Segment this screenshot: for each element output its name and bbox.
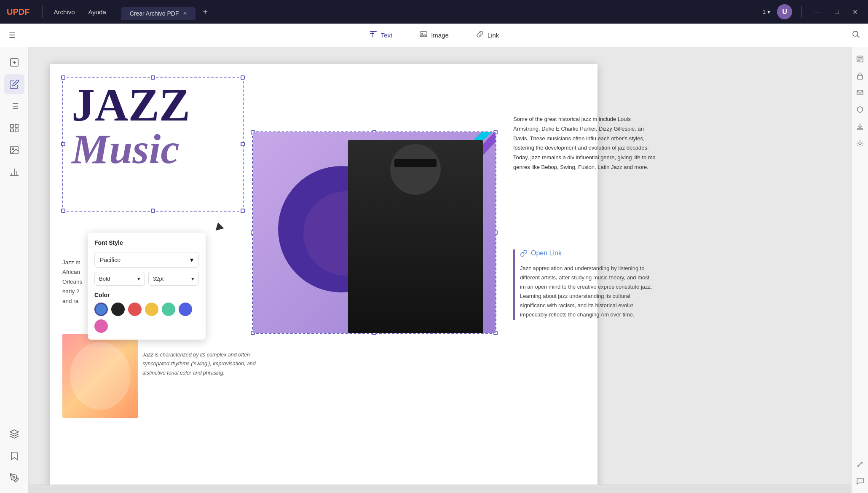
app-logo: UPDF xyxy=(7,7,29,17)
tab-add-button[interactable]: + xyxy=(199,5,212,18)
jazz-title-content: JAZZ Music xyxy=(63,78,243,174)
body-text-italic: Jazz is characterized by its complex and… xyxy=(142,351,269,378)
user-avatar[interactable]: U xyxy=(777,4,792,19)
close-button[interactable]: ✕ xyxy=(849,6,861,18)
text-label: Text xyxy=(381,32,393,39)
svg-rect-2 xyxy=(372,31,373,38)
main-content-area: JAZZ Music xyxy=(29,47,851,493)
sidebar-chart-button[interactable] xyxy=(4,162,24,182)
jazz-title-box[interactable]: JAZZ Music xyxy=(62,77,244,212)
handle-bottom-left[interactable] xyxy=(61,209,65,213)
search-button[interactable] xyxy=(848,27,864,43)
sidebar-grid-button[interactable] xyxy=(4,118,24,138)
handle-top-right[interactable] xyxy=(241,75,245,80)
left-sidebar xyxy=(0,47,29,493)
italic-paragraph: Jazz is characterized by its complex and… xyxy=(142,351,269,378)
right-sidebar-lock-button[interactable] xyxy=(853,69,867,83)
color-swatch-blue[interactable] xyxy=(94,303,108,316)
sidebar-edit-button[interactable] xyxy=(4,74,24,94)
sidebar-layers-button[interactable] xyxy=(4,424,24,444)
right-sidebar-expand-button[interactable] xyxy=(853,458,867,471)
sidebar-image-button[interactable] xyxy=(4,140,24,160)
svg-rect-17 xyxy=(15,124,18,127)
handle-bottom-right[interactable] xyxy=(241,209,245,213)
link-border-container: Open Link Jazz appreciation and understa… xyxy=(513,249,656,320)
toolbar-link-button[interactable]: Link xyxy=(471,27,504,43)
svg-rect-16 xyxy=(11,124,13,127)
bottom-scrollbar[interactable] xyxy=(29,485,851,493)
link-chain-icon xyxy=(520,249,528,257)
font-family-arrow: ▾ xyxy=(190,256,193,264)
color-swatch-red[interactable] xyxy=(128,303,142,316)
color-section-title: Color xyxy=(94,292,199,298)
tab-close-button[interactable]: ✕ xyxy=(183,11,187,16)
font-style-dropdown[interactable]: Bold ▾ xyxy=(94,272,145,286)
image-icon xyxy=(419,30,428,40)
link-body-text: Jazz appreciation and understanding by l… xyxy=(520,264,656,320)
font-family-value: Pacifico xyxy=(100,257,121,263)
maximize-button[interactable]: □ xyxy=(831,6,842,17)
right-sidebar-pages-button[interactable] xyxy=(853,52,867,66)
svg-point-34 xyxy=(859,142,861,145)
handle-bottom-center[interactable] xyxy=(151,209,155,213)
jazz-image-content xyxy=(253,132,496,333)
sidebar-upload-button[interactable] xyxy=(4,52,24,72)
page-nav[interactable]: 1 ▾ xyxy=(763,8,771,15)
color-swatch-indigo[interactable] xyxy=(179,303,192,316)
font-style-value: Bold xyxy=(99,276,110,282)
open-link-section: Open Link Jazz appreciation and understa… xyxy=(513,249,656,320)
small-image-bottom[interactable] xyxy=(62,334,138,418)
menu-archivo[interactable]: Archivo xyxy=(47,5,81,19)
font-style-panel: Font Style Pacifico ▾ Bold ▾ 32pt ▾ Colo… xyxy=(88,233,206,340)
text-icon xyxy=(369,30,378,40)
tab-area: Crear Archivo PDF ✕ + xyxy=(121,5,763,19)
page-nav-arrow[interactable]: ▾ xyxy=(767,8,770,15)
handle-mid-right[interactable] xyxy=(241,142,245,146)
font-style-row: Bold ▾ 32pt ▾ xyxy=(94,272,199,286)
handle-mid-left[interactable] xyxy=(61,142,65,146)
image-box[interactable] xyxy=(252,131,496,334)
minimize-button[interactable]: — xyxy=(811,6,825,17)
svg-marker-26 xyxy=(10,430,19,434)
open-link-button[interactable]: Open Link xyxy=(520,249,656,257)
svg-point-21 xyxy=(12,148,14,150)
color-swatches-container xyxy=(94,303,199,333)
sidebar-pen-button[interactable] xyxy=(4,468,24,488)
handle-top-left[interactable] xyxy=(61,75,65,80)
color-swatch-pink[interactable] xyxy=(94,319,108,333)
right-column-text: Some of the great historical jazz m incl… xyxy=(513,115,656,172)
toolbar-menu-button[interactable]: ☰ xyxy=(4,27,20,43)
page-number: 1 xyxy=(763,8,766,15)
color-swatch-black[interactable] xyxy=(111,303,125,316)
link-icon xyxy=(476,30,484,40)
person-image xyxy=(348,140,483,333)
svg-point-27 xyxy=(13,477,15,478)
titlebar-right: 1 ▾ U — □ ✕ xyxy=(763,4,861,19)
color-swatch-teal[interactable] xyxy=(162,303,175,316)
toolbar-image-button[interactable]: Image xyxy=(414,27,454,43)
sidebar-list-button[interactable] xyxy=(4,96,24,116)
font-family-dropdown[interactable]: Pacifico ▾ xyxy=(94,252,199,268)
tab-title: Crear Archivo PDF xyxy=(130,10,179,17)
menu-icon: ☰ xyxy=(9,31,16,40)
font-size-arrow: ▾ xyxy=(191,276,194,282)
tab-crear-archivo[interactable]: Crear Archivo PDF ✕ xyxy=(121,7,196,20)
titlebar: UPDF Archivo Ayuda Crear Archivo PDF ✕ +… xyxy=(0,0,868,24)
font-size-dropdown[interactable]: 32pt ▾ xyxy=(148,272,199,286)
handle-top-center[interactable] xyxy=(151,75,155,80)
menu-ayuda[interactable]: Ayuda xyxy=(81,5,113,19)
right-sidebar-export-button[interactable] xyxy=(853,120,867,133)
right-sidebar-mail-button[interactable] xyxy=(853,86,867,99)
svg-rect-32 xyxy=(857,75,863,79)
jazz-word: JAZZ xyxy=(72,82,234,128)
right-sidebar xyxy=(851,47,868,493)
link-label: Link xyxy=(488,32,499,39)
sidebar-bookmark-button[interactable] xyxy=(4,446,24,466)
svg-line-35 xyxy=(858,464,860,466)
right-sidebar-comment-button[interactable] xyxy=(853,474,867,488)
toolbar-text-button[interactable]: Text xyxy=(364,27,398,43)
right-sidebar-security-button[interactable] xyxy=(853,103,867,116)
color-swatch-yellow[interactable] xyxy=(145,303,158,316)
right-sidebar-settings-button[interactable] xyxy=(853,137,867,150)
svg-line-6 xyxy=(857,36,860,38)
